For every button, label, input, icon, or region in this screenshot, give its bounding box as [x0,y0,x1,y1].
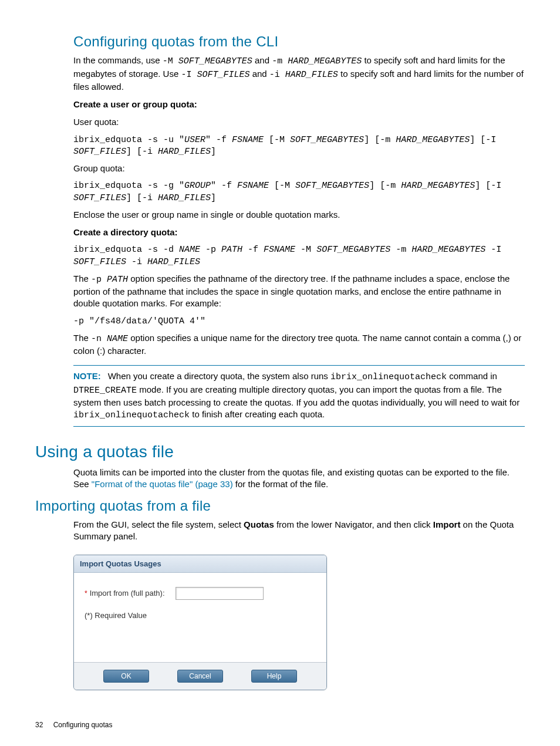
group-quota-label: Group quota: [73,163,525,174]
note-box: NOTE:When you create a directory quota, … [73,365,525,427]
heading-cli: Configuring quotas from the CLI [73,32,525,51]
p-example: -p "/fs48/data/'QUOTA 4'" [73,316,525,328]
required-note: (*) Required Value [85,610,316,621]
dir-quota-cmd: ibrix_edquota -s -d NAME -p PATH -f FSNA… [73,244,525,268]
p-option-para: The -p PATH option specifies the pathnam… [73,273,525,310]
subheading-user-group: Create a user or group quota: [73,99,525,110]
import-dialog: Import Quotas Usages *Import from (full … [73,555,327,691]
n-option-para: The -n NAME option specifies a unique na… [73,332,525,357]
user-quota-cmd: ibrix_edquota -s -u "USER" -f FSNAME [-M… [73,134,525,158]
required-star-icon: * [85,589,87,598]
note-label: NOTE: [73,371,101,381]
heading-quotas-file: Using a quotas file [35,441,525,463]
help-button[interactable]: Help [251,670,297,683]
dialog-title: Import Quotas Usages [74,555,326,573]
intro-paragraph: In the commands, use -M SOFT_MEGABYTES a… [73,55,525,93]
format-link[interactable]: "Format of the quotas file" (page 33) [92,479,233,489]
subheading-dir-quota: Create a directory quota: [73,227,525,238]
importing-para: From the GUI, select the file system, se… [73,519,525,543]
quotas-file-para: Quota limits can be imported into the cl… [73,467,525,491]
cancel-button[interactable]: Cancel [177,670,223,683]
ok-button[interactable]: OK [103,670,149,683]
group-quota-cmd: ibrix_edquota -s -g "GROUP" -f FSNAME [-… [73,180,525,204]
import-path-input[interactable] [176,587,264,600]
quote-note: Enclose the user or group name in single… [73,209,525,221]
heading-importing: Importing quotas from a file [35,497,525,515]
user-quota-label: User quota: [73,116,525,128]
import-path-label: *Import from (full path): [85,588,176,599]
